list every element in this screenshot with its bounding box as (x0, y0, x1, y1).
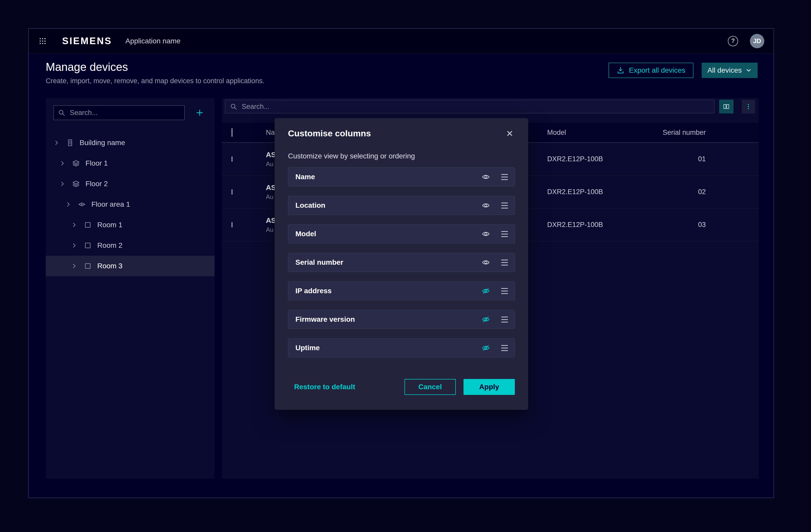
drag-handle[interactable] (501, 174, 508, 180)
device-filter-dropdown[interactable]: All devices (702, 63, 758, 78)
tree-item-label: Floor 2 (86, 180, 108, 188)
tree-item-label: Floor 1 (86, 159, 108, 167)
top-navigation-bar: SIEMENS Application name ? JD (29, 29, 774, 54)
tree-search-box (53, 105, 185, 120)
close-icon[interactable]: ✕ (505, 128, 515, 139)
visibility-off-icon[interactable] (482, 315, 490, 323)
chevron-right-icon (65, 201, 71, 208)
kebab-menu-icon (745, 103, 752, 110)
location-tree: Building name Floor 1 Floor 2 Floor area… (46, 133, 215, 276)
column-item-uptime[interactable]: Uptime (288, 338, 515, 358)
apply-button[interactable]: Apply (463, 379, 515, 395)
visibility-on-icon[interactable] (482, 230, 490, 238)
visibility-off-icon[interactable] (482, 344, 490, 352)
visibility-on-icon[interactable] (482, 201, 490, 210)
chevron-right-icon (53, 140, 60, 146)
search-icon (230, 103, 237, 110)
device-model: DXR2.E12P-100B (547, 155, 658, 163)
tree-item-room-2[interactable]: Room 2 (46, 235, 215, 256)
visibility-on-icon[interactable] (482, 258, 490, 267)
restore-to-default-link[interactable]: Restore to default (294, 383, 355, 391)
drag-handle[interactable] (501, 317, 508, 322)
visibility-on-icon[interactable] (482, 173, 490, 181)
avatar[interactable]: JD (750, 34, 764, 48)
chevron-right-icon (59, 181, 65, 187)
column-item-name[interactable]: Name (288, 167, 515, 186)
drag-handle[interactable] (501, 231, 508, 237)
page-header: Manage devices Create, import, move, rem… (29, 54, 774, 85)
drag-handle[interactable] (501, 260, 508, 265)
customise-columns-modal: Customise columns ✕ Customize view by se… (275, 118, 528, 410)
column-item-firmware-version[interactable]: Firmware version (288, 310, 515, 329)
modal-title: Customise columns (288, 128, 371, 138)
tree-item-label: Room 2 (97, 241, 122, 249)
application-name: Application name (125, 37, 181, 45)
visibility-off-icon[interactable] (482, 287, 490, 295)
siemens-logo: SIEMENS (62, 36, 112, 46)
page-title: Manage devices (46, 61, 264, 73)
drag-handle[interactable] (501, 345, 508, 351)
download-icon (617, 66, 624, 74)
row-checkbox[interactable] (231, 156, 232, 162)
tree-item-floor-area-1[interactable]: Floor area 1 (46, 194, 215, 215)
drag-handle[interactable] (501, 202, 508, 209)
chevron-right-icon (71, 263, 77, 269)
device-model: DXR2.E12P-100B (547, 188, 658, 196)
column-item-model[interactable]: Model (288, 224, 515, 243)
table-options-button[interactable] (742, 100, 755, 113)
row-checkbox[interactable] (231, 189, 232, 195)
help-icon[interactable]: ? (728, 36, 738, 46)
tree-item-room-3[interactable]: Room 3 (46, 256, 215, 276)
app-launcher-button[interactable] (37, 36, 48, 46)
column-list: Name Location Model Serial number (288, 167, 515, 358)
column-item-ip-address[interactable]: IP address (288, 282, 515, 300)
tree-item-label: Floor area 1 (91, 200, 130, 209)
devices-search-input[interactable] (241, 103, 709, 111)
device-model: DXR2.E12P-100B (547, 221, 658, 229)
tree-item-building-name[interactable]: Building name (46, 133, 215, 153)
device-serial: 01 (658, 155, 759, 163)
chevron-right-icon (71, 242, 77, 248)
chevron-right-icon (59, 160, 65, 166)
tree-item-label: Building name (79, 139, 125, 147)
room-icon (84, 262, 92, 270)
building-icon (66, 139, 74, 147)
tree-item-label: Room 3 (97, 262, 122, 270)
search-icon (58, 109, 65, 116)
floor-icon (72, 159, 80, 167)
modal-subtitle: Customize view by selecting or ordering (288, 152, 515, 160)
chevron-down-icon (745, 67, 752, 74)
export-all-devices-button[interactable]: Export all devices (609, 63, 693, 78)
column-header-serial: Serial number (658, 128, 759, 137)
apps-grid-icon (39, 37, 46, 45)
device-serial: 02 (658, 188, 759, 196)
room-icon (84, 221, 92, 229)
add-location-button[interactable] (193, 106, 207, 120)
floor-area-icon (78, 200, 86, 208)
columns-icon (723, 103, 730, 110)
select-all-checkbox[interactable] (231, 128, 232, 137)
location-tree-panel: Building name Floor 1 Floor 2 Floor area… (46, 98, 215, 478)
floor-icon (72, 180, 80, 188)
column-item-serial-number[interactable]: Serial number (288, 253, 515, 272)
row-checkbox[interactable] (231, 222, 232, 227)
column-item-location[interactable]: Location (288, 196, 515, 215)
cancel-button[interactable]: Cancel (404, 379, 456, 395)
room-icon (84, 242, 92, 249)
customize-columns-button[interactable] (719, 100, 734, 113)
device-serial: 03 (658, 221, 759, 229)
devices-search-box (225, 100, 715, 113)
drag-handle[interactable] (501, 288, 508, 294)
column-header-model: Model (547, 128, 658, 137)
tree-item-room-1[interactable]: Room 1 (46, 215, 215, 235)
plus-icon (196, 109, 204, 117)
page-subtitle: Create, import, move, remove, and map de… (46, 77, 264, 85)
tree-item-label: Room 1 (97, 221, 122, 229)
tree-item-floor-1[interactable]: Floor 1 (46, 153, 215, 173)
tree-item-floor-2[interactable]: Floor 2 (46, 173, 215, 194)
chevron-right-icon (71, 222, 77, 228)
tree-search-input[interactable] (69, 109, 180, 117)
